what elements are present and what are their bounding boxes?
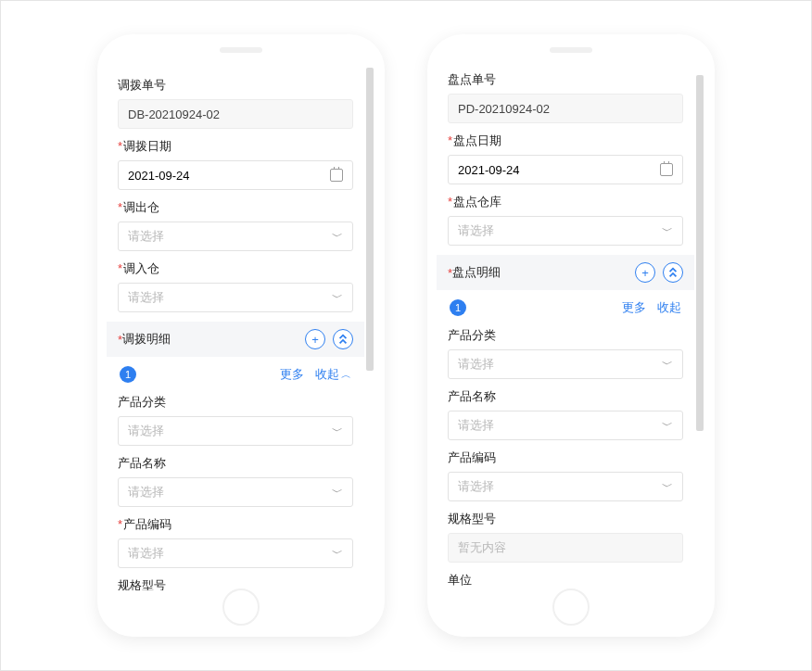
- field-product-category: 产品分类 请选择 ﹀: [118, 394, 353, 446]
- scrollbar-thumb[interactable]: [366, 68, 374, 371]
- input-transfer-date[interactable]: 2021-09-24: [118, 160, 353, 190]
- scrollbar-thumb[interactable]: [696, 75, 704, 431]
- collapse-text: 收起: [315, 366, 339, 383]
- select-out-warehouse[interactable]: 请选择 ﹀: [118, 222, 353, 251]
- label-product-name: 产品名称: [118, 455, 353, 472]
- label-transfer-date: 调拨日期: [118, 138, 353, 155]
- screen: 调拨单号 DB-20210924-02 调拨日期 2021-09-24 调出仓 …: [107, 68, 375, 590]
- detail-index-badge: 1: [450, 299, 466, 316]
- section-title: 调拨明细: [122, 331, 171, 348]
- collapse-all-button[interactable]: [663, 262, 683, 283]
- section-header-actions: +: [305, 329, 353, 349]
- select-product-code[interactable]: 请选择 ﹀: [448, 472, 683, 501]
- form-content: 盘点单号 PD-20210924-02 盘点日期 2021-09-24 盘点仓库…: [437, 68, 694, 590]
- scrollbar[interactable]: [364, 68, 375, 590]
- field-product-code: 产品编码 请选择 ﹀: [118, 516, 353, 568]
- calendar-icon: [660, 163, 673, 176]
- label-inventory-date: 盘点日期: [448, 133, 683, 149]
- collapse-link[interactable]: 收起: [657, 299, 681, 316]
- section-header-inventory-detail: 盘点明细 +: [437, 255, 694, 290]
- more-link[interactable]: 更多: [622, 299, 646, 316]
- field-product-name: 产品名称 请选择 ﹀: [118, 455, 353, 507]
- select-product-name[interactable]: 请选择 ﹀: [118, 477, 353, 507]
- field-product-code: 产品编码 请选择 ﹀: [448, 449, 683, 501]
- field-inventory-order-no: 盘点单号 PD-20210924-02: [448, 71, 683, 123]
- input-product-spec: 暂无内容: [448, 533, 683, 563]
- label-in-warehouse: 调入仓: [118, 260, 353, 277]
- label-product-code: 产品编码: [118, 516, 353, 533]
- chevron-down-icon: ﹀: [332, 229, 343, 245]
- label-inventory-order-no: 盘点单号: [448, 71, 683, 88]
- collapse-all-button[interactable]: [333, 329, 353, 349]
- field-out-warehouse: 调出仓 请选择 ﹀: [118, 199, 353, 251]
- label-product-unit: 单位: [448, 572, 683, 589]
- phone-frame-transfer: 调拨单号 DB-20210924-02 调拨日期 2021-09-24 调出仓 …: [97, 34, 385, 637]
- section-header-actions: +: [635, 262, 683, 283]
- calendar-icon: [330, 169, 343, 182]
- select-product-name[interactable]: 请选择 ﹀: [448, 411, 683, 440]
- field-product-name: 产品名称 请选择 ﹀: [448, 388, 683, 440]
- chevron-down-icon: ﹀: [332, 424, 343, 439]
- label-product-category: 产品分类: [448, 327, 683, 344]
- detail-item-bar: 1 更多 收起: [448, 290, 683, 318]
- chevron-down-icon: ﹀: [662, 418, 673, 434]
- label-product-spec: 规格型号: [118, 577, 353, 590]
- label-product-spec: 规格型号: [448, 511, 683, 527]
- select-product-category[interactable]: 请选择 ﹀: [448, 349, 683, 379]
- screen: 盘点单号 PD-20210924-02 盘点日期 2021-09-24 盘点仓库…: [437, 68, 705, 590]
- chevron-down-icon: ﹀: [332, 485, 343, 500]
- field-product-spec: 规格型号 暂无内容: [118, 577, 353, 590]
- value-transfer-order-no: DB-20210924-02: [128, 108, 220, 121]
- add-detail-button[interactable]: +: [305, 329, 325, 349]
- label-product-category: 产品分类: [118, 394, 353, 411]
- placeholder-out-warehouse: 请选择: [128, 228, 164, 245]
- section-title: 盘点明细: [452, 264, 501, 281]
- scrollbar[interactable]: [694, 68, 705, 590]
- label-product-name: 产品名称: [448, 388, 683, 405]
- chevron-down-icon: ﹀: [332, 290, 343, 306]
- input-inventory-order-no: PD-20210924-02: [448, 94, 683, 123]
- placeholder-in-warehouse: 请选择: [128, 289, 164, 306]
- label-inventory-warehouse: 盘点仓库: [448, 194, 683, 210]
- chevron-down-icon: ﹀: [662, 357, 673, 373]
- select-in-warehouse[interactable]: 请选择 ﹀: [118, 283, 353, 312]
- label-transfer-order-no: 调拨单号: [118, 77, 353, 94]
- chevron-down-icon: ﹀: [332, 546, 343, 562]
- field-inventory-date: 盘点日期 2021-09-24: [448, 133, 683, 184]
- field-product-unit: 单位 暂无内容: [448, 572, 683, 590]
- input-transfer-order-no: DB-20210924-02: [118, 99, 353, 129]
- chevron-down-icon: ﹀: [662, 479, 673, 495]
- section-header-transfer-detail: 调拨明细 +: [107, 322, 364, 357]
- field-product-spec: 规格型号 暂无内容: [448, 511, 683, 563]
- value-transfer-date: 2021-09-24: [128, 169, 190, 183]
- detail-item-bar: 1 更多 收起 ︿: [118, 357, 353, 385]
- label-out-warehouse: 调出仓: [118, 199, 353, 216]
- input-inventory-date[interactable]: 2021-09-24: [448, 155, 683, 184]
- select-inventory-warehouse[interactable]: 请选择 ﹀: [448, 216, 683, 246]
- chevron-down-icon: ﹀: [662, 223, 673, 239]
- select-product-code[interactable]: 请选择 ﹀: [118, 538, 353, 568]
- field-inventory-warehouse: 盘点仓库 请选择 ﹀: [448, 194, 683, 246]
- chevron-up-icon: ︿: [341, 368, 351, 382]
- field-product-category: 产品分类 请选择 ﹀: [448, 327, 683, 379]
- detail-index-badge: 1: [120, 366, 136, 383]
- field-in-warehouse: 调入仓 请选择 ﹀: [118, 260, 353, 312]
- field-transfer-order-no: 调拨单号 DB-20210924-02: [118, 77, 353, 129]
- add-detail-button[interactable]: +: [635, 262, 655, 283]
- more-link[interactable]: 更多: [280, 366, 304, 383]
- field-transfer-date: 调拨日期 2021-09-24: [118, 138, 353, 190]
- label-product-code: 产品编码: [448, 449, 683, 466]
- select-product-category[interactable]: 请选择 ﹀: [118, 416, 353, 446]
- phone-frame-inventory: 盘点单号 PD-20210924-02 盘点日期 2021-09-24 盘点仓库…: [427, 34, 715, 637]
- form-content: 调拨单号 DB-20210924-02 调拨日期 2021-09-24 调出仓 …: [107, 68, 364, 590]
- collapse-link[interactable]: 收起 ︿: [315, 366, 351, 383]
